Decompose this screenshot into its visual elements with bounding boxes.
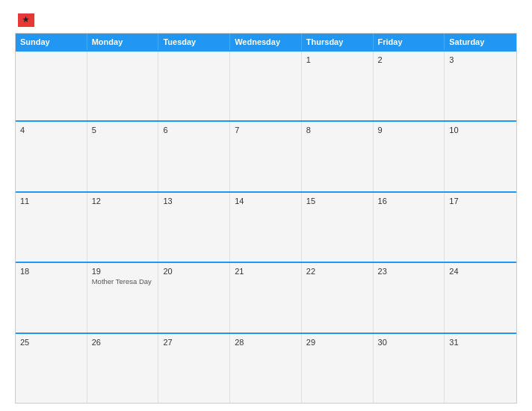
day-number: 4 [20, 126, 25, 135]
calendar-cell: 10 [445, 122, 516, 191]
calendar-body: 12345678910111213141516171819Mother Tere… [16, 50, 516, 403]
logo [15, 13, 34, 27]
calendar-week-4: 1819Mother Teresa Day2021222324 [16, 262, 516, 332]
day-number: 11 [20, 197, 29, 206]
calendar-cell: 3 [445, 52, 516, 120]
calendar-cell: 15 [302, 193, 374, 262]
calendar-cell: 27 [158, 334, 230, 403]
weekday-header-monday: Monday [87, 34, 159, 50]
day-number: 27 [163, 338, 172, 347]
calendar-cell: 22 [302, 263, 374, 332]
event-label: Mother Teresa Day [92, 277, 152, 285]
calendar-cell: 17 [445, 193, 516, 262]
day-number: 28 [235, 338, 244, 347]
calendar-cell: 9 [374, 122, 445, 191]
day-number: 6 [163, 126, 167, 135]
day-number: 22 [306, 267, 315, 276]
calendar-week-2: 45678910 [16, 120, 516, 191]
calendar-header: SundayMondayTuesdayWednesdayThursdayFrid… [16, 34, 516, 50]
day-number: 10 [449, 126, 458, 135]
day-number: 25 [20, 338, 29, 347]
day-number: 12 [92, 197, 101, 206]
day-number: 26 [92, 338, 101, 347]
day-number: 17 [449, 197, 458, 206]
calendar-cell: 2 [374, 52, 445, 120]
weekday-header-wednesday: Wednesday [230, 34, 302, 50]
calendar-cell [87, 52, 159, 120]
day-number: 3 [449, 55, 454, 64]
page: SundayMondayTuesdayWednesdayThursdayFrid… [0, 0, 532, 411]
calendar-cell: 8 [302, 122, 374, 191]
weekday-header-tuesday: Tuesday [158, 34, 230, 50]
calendar-cell: 26 [87, 334, 159, 403]
day-number: 20 [163, 267, 172, 276]
calendar-week-3: 11121314151617 [16, 191, 516, 262]
calendar-cell: 28 [230, 334, 302, 403]
day-number: 5 [92, 126, 96, 135]
day-number: 24 [449, 267, 458, 276]
weekday-header-friday: Friday [374, 34, 445, 50]
day-number: 15 [306, 197, 315, 206]
calendar-cell: 18 [16, 263, 87, 332]
calendar-cell: 12 [87, 193, 159, 262]
day-number: 23 [378, 267, 387, 276]
day-number: 7 [235, 126, 239, 135]
calendar-week-1: 123 [16, 50, 516, 120]
header [15, 13, 517, 27]
day-number: 29 [306, 338, 315, 347]
calendar-cell: 29 [302, 334, 374, 403]
day-number: 16 [378, 197, 387, 206]
calendar-cell: 19Mother Teresa Day [87, 263, 159, 332]
calendar-cell: 13 [158, 193, 230, 262]
calendar-cell: 20 [158, 263, 230, 332]
day-number: 30 [378, 338, 387, 347]
calendar-cell: 23 [374, 263, 445, 332]
calendar-cell: 14 [230, 193, 302, 262]
calendar-cell: 11 [16, 193, 87, 262]
day-number: 9 [378, 126, 383, 135]
day-number: 21 [235, 267, 244, 276]
calendar-week-5: 25262728293031 [16, 333, 516, 403]
calendar-cell: 6 [158, 122, 230, 191]
weekday-header-thursday: Thursday [302, 34, 374, 50]
calendar-cell [16, 52, 87, 120]
weekday-header-saturday: Saturday [445, 34, 516, 50]
calendar-cell: 5 [87, 122, 159, 191]
day-number: 18 [20, 267, 29, 276]
day-number: 19 [92, 267, 101, 276]
day-number: 2 [378, 55, 383, 64]
calendar-cell: 25 [16, 334, 87, 403]
calendar-cell: 4 [16, 122, 87, 191]
day-number: 31 [449, 338, 458, 347]
day-number: 1 [306, 55, 311, 64]
logo-flag-icon [18, 13, 34, 27]
calendar-cell: 16 [374, 193, 445, 262]
calendar-cell [158, 52, 230, 120]
calendar-cell: 1 [302, 52, 374, 120]
calendar-cell: 30 [374, 334, 445, 403]
calendar: SundayMondayTuesdayWednesdayThursdayFrid… [15, 33, 517, 404]
day-number: 8 [306, 126, 311, 135]
calendar-cell: 21 [230, 263, 302, 332]
day-number: 13 [163, 197, 172, 206]
weekday-header-sunday: Sunday [16, 34, 87, 50]
calendar-cell: 7 [230, 122, 302, 191]
calendar-cell: 24 [445, 263, 516, 332]
calendar-cell [230, 52, 302, 120]
calendar-cell: 31 [445, 334, 516, 403]
day-number: 14 [235, 197, 244, 206]
